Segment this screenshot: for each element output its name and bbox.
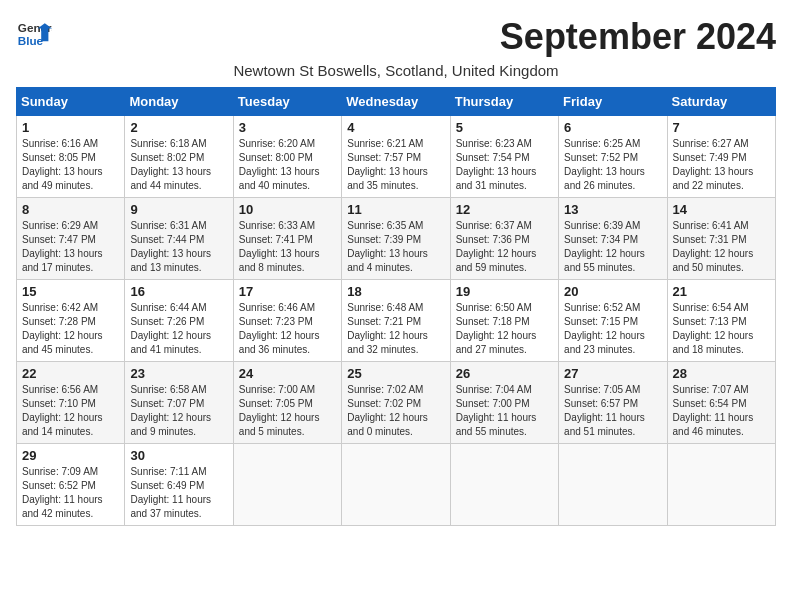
calendar-week-5: 29Sunrise: 7:09 AMSunset: 6:52 PMDayligh… [17,444,776,526]
header-friday: Friday [559,88,667,116]
day-info: Sunrise: 6:33 AMSunset: 7:41 PMDaylight:… [239,219,336,275]
header-wednesday: Wednesday [342,88,450,116]
calendar-cell: 20Sunrise: 6:52 AMSunset: 7:15 PMDayligh… [559,280,667,362]
day-number: 16 [130,284,227,299]
calendar-table: SundayMondayTuesdayWednesdayThursdayFrid… [16,87,776,526]
calendar-cell: 12Sunrise: 6:37 AMSunset: 7:36 PMDayligh… [450,198,558,280]
day-info: Sunrise: 6:25 AMSunset: 7:52 PMDaylight:… [564,137,661,193]
calendar-week-3: 15Sunrise: 6:42 AMSunset: 7:28 PMDayligh… [17,280,776,362]
calendar-cell [233,444,341,526]
calendar-cell [450,444,558,526]
calendar-cell: 23Sunrise: 6:58 AMSunset: 7:07 PMDayligh… [125,362,233,444]
calendar-cell [559,444,667,526]
day-number: 19 [456,284,553,299]
calendar-cell: 16Sunrise: 6:44 AMSunset: 7:26 PMDayligh… [125,280,233,362]
day-info: Sunrise: 6:27 AMSunset: 7:49 PMDaylight:… [673,137,770,193]
day-number: 5 [456,120,553,135]
calendar-cell: 29Sunrise: 7:09 AMSunset: 6:52 PMDayligh… [17,444,125,526]
day-info: Sunrise: 7:11 AMSunset: 6:49 PMDaylight:… [130,465,227,521]
calendar-cell: 22Sunrise: 6:56 AMSunset: 7:10 PMDayligh… [17,362,125,444]
calendar-cell: 6Sunrise: 6:25 AMSunset: 7:52 PMDaylight… [559,116,667,198]
day-info: Sunrise: 6:41 AMSunset: 7:31 PMDaylight:… [673,219,770,275]
day-number: 6 [564,120,661,135]
day-number: 9 [130,202,227,217]
calendar-cell: 28Sunrise: 7:07 AMSunset: 6:54 PMDayligh… [667,362,775,444]
day-number: 7 [673,120,770,135]
calendar-cell: 1Sunrise: 6:16 AMSunset: 8:05 PMDaylight… [17,116,125,198]
logo-icon: General Blue [16,16,52,52]
day-number: 13 [564,202,661,217]
header-tuesday: Tuesday [233,88,341,116]
day-number: 14 [673,202,770,217]
day-info: Sunrise: 6:23 AMSunset: 7:54 PMDaylight:… [456,137,553,193]
calendar-cell: 8Sunrise: 6:29 AMSunset: 7:47 PMDaylight… [17,198,125,280]
svg-text:Blue: Blue [18,34,44,47]
day-info: Sunrise: 6:52 AMSunset: 7:15 PMDaylight:… [564,301,661,357]
day-number: 29 [22,448,119,463]
calendar-cell: 3Sunrise: 6:20 AMSunset: 8:00 PMDaylight… [233,116,341,198]
calendar-cell: 7Sunrise: 6:27 AMSunset: 7:49 PMDaylight… [667,116,775,198]
day-number: 22 [22,366,119,381]
day-number: 27 [564,366,661,381]
calendar-cell: 27Sunrise: 7:05 AMSunset: 6:57 PMDayligh… [559,362,667,444]
calendar-week-4: 22Sunrise: 6:56 AMSunset: 7:10 PMDayligh… [17,362,776,444]
day-number: 2 [130,120,227,135]
calendar-week-2: 8Sunrise: 6:29 AMSunset: 7:47 PMDaylight… [17,198,776,280]
calendar-cell: 19Sunrise: 6:50 AMSunset: 7:18 PMDayligh… [450,280,558,362]
day-number: 8 [22,202,119,217]
calendar-cell: 14Sunrise: 6:41 AMSunset: 7:31 PMDayligh… [667,198,775,280]
day-info: Sunrise: 6:46 AMSunset: 7:23 PMDaylight:… [239,301,336,357]
day-number: 1 [22,120,119,135]
day-info: Sunrise: 6:35 AMSunset: 7:39 PMDaylight:… [347,219,444,275]
day-info: Sunrise: 6:21 AMSunset: 7:57 PMDaylight:… [347,137,444,193]
day-number: 3 [239,120,336,135]
calendar-cell: 2Sunrise: 6:18 AMSunset: 8:02 PMDaylight… [125,116,233,198]
day-number: 18 [347,284,444,299]
day-number: 12 [456,202,553,217]
page-header: General Blue September 2024 [16,16,776,58]
calendar-cell: 10Sunrise: 6:33 AMSunset: 7:41 PMDayligh… [233,198,341,280]
day-info: Sunrise: 6:29 AMSunset: 7:47 PMDaylight:… [22,219,119,275]
calendar-cell: 21Sunrise: 6:54 AMSunset: 7:13 PMDayligh… [667,280,775,362]
day-info: Sunrise: 7:04 AMSunset: 7:00 PMDaylight:… [456,383,553,439]
calendar-cell: 26Sunrise: 7:04 AMSunset: 7:00 PMDayligh… [450,362,558,444]
day-info: Sunrise: 7:09 AMSunset: 6:52 PMDaylight:… [22,465,119,521]
calendar-subtitle: Newtown St Boswells, Scotland, United Ki… [16,62,776,79]
day-info: Sunrise: 6:56 AMSunset: 7:10 PMDaylight:… [22,383,119,439]
header-thursday: Thursday [450,88,558,116]
day-info: Sunrise: 6:42 AMSunset: 7:28 PMDaylight:… [22,301,119,357]
calendar-cell: 13Sunrise: 6:39 AMSunset: 7:34 PMDayligh… [559,198,667,280]
calendar-cell: 11Sunrise: 6:35 AMSunset: 7:39 PMDayligh… [342,198,450,280]
calendar-header-row: SundayMondayTuesdayWednesdayThursdayFrid… [17,88,776,116]
calendar-cell: 30Sunrise: 7:11 AMSunset: 6:49 PMDayligh… [125,444,233,526]
month-title: September 2024 [500,16,776,58]
day-number: 30 [130,448,227,463]
calendar-cell: 5Sunrise: 6:23 AMSunset: 7:54 PMDaylight… [450,116,558,198]
day-info: Sunrise: 7:05 AMSunset: 6:57 PMDaylight:… [564,383,661,439]
day-info: Sunrise: 6:31 AMSunset: 7:44 PMDaylight:… [130,219,227,275]
calendar-week-1: 1Sunrise: 6:16 AMSunset: 8:05 PMDaylight… [17,116,776,198]
day-info: Sunrise: 6:18 AMSunset: 8:02 PMDaylight:… [130,137,227,193]
calendar-cell [667,444,775,526]
day-number: 17 [239,284,336,299]
day-number: 26 [456,366,553,381]
day-number: 23 [130,366,227,381]
calendar-cell: 25Sunrise: 7:02 AMSunset: 7:02 PMDayligh… [342,362,450,444]
day-number: 25 [347,366,444,381]
day-info: Sunrise: 7:02 AMSunset: 7:02 PMDaylight:… [347,383,444,439]
day-info: Sunrise: 6:58 AMSunset: 7:07 PMDaylight:… [130,383,227,439]
day-info: Sunrise: 6:48 AMSunset: 7:21 PMDaylight:… [347,301,444,357]
header-saturday: Saturday [667,88,775,116]
day-info: Sunrise: 6:20 AMSunset: 8:00 PMDaylight:… [239,137,336,193]
day-number: 10 [239,202,336,217]
day-number: 11 [347,202,444,217]
day-info: Sunrise: 6:37 AMSunset: 7:36 PMDaylight:… [456,219,553,275]
day-info: Sunrise: 6:44 AMSunset: 7:26 PMDaylight:… [130,301,227,357]
calendar-cell: 4Sunrise: 6:21 AMSunset: 7:57 PMDaylight… [342,116,450,198]
day-info: Sunrise: 6:50 AMSunset: 7:18 PMDaylight:… [456,301,553,357]
header-monday: Monday [125,88,233,116]
day-number: 21 [673,284,770,299]
header-sunday: Sunday [17,88,125,116]
day-info: Sunrise: 7:00 AMSunset: 7:05 PMDaylight:… [239,383,336,439]
day-info: Sunrise: 6:39 AMSunset: 7:34 PMDaylight:… [564,219,661,275]
